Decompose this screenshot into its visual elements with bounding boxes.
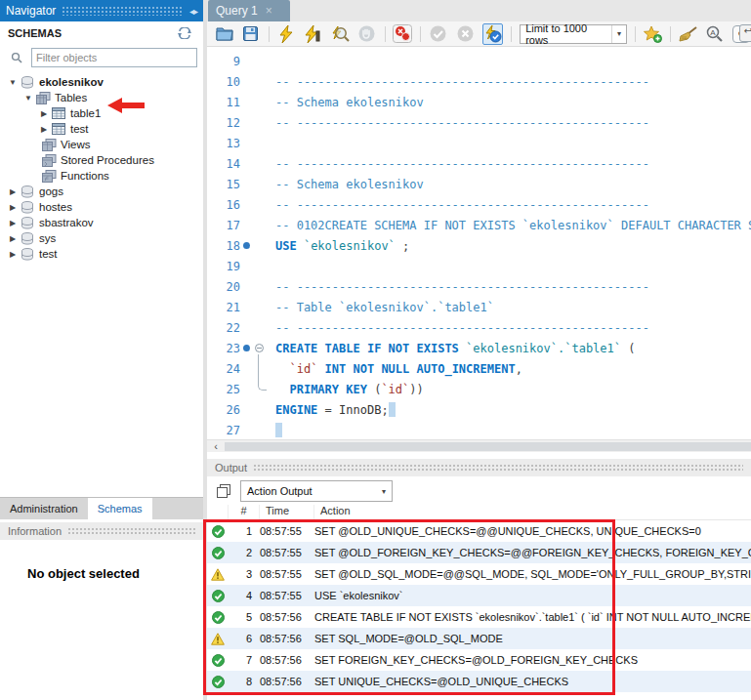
schema-db-icon: [20, 216, 35, 229]
editor-line-24[interactable]: 24 `id` INT NOT NULL AUTO_INCREMENT,: [207, 358, 751, 379]
editor-line-19[interactable]: 19: [207, 256, 751, 276]
editor-line-12[interactable]: 12-- -----------------------------------…: [207, 112, 751, 133]
editor-line-20[interactable]: 20-- -----------------------------------…: [207, 276, 751, 297]
code-fold-rail: [258, 354, 267, 391]
expand-icon[interactable]: ▶: [6, 219, 20, 227]
schema-tree: ▼ekolesnikov▼Tables▶table1▶testViewsStor…: [0, 74, 203, 262]
output-row-2[interactable]: 208:57:55SET @OLD_FOREIGN_KEY_CHECKS=@@F…: [207, 542, 751, 563]
query-tab-label: Query 1: [216, 4, 258, 18]
expand-icon[interactable]: ▶: [6, 250, 20, 259]
tree-item-views[interactable]: Views: [0, 137, 203, 152]
editor-line-15[interactable]: 15-- Schema ekolesnikov: [207, 174, 751, 194]
editor-line-16[interactable]: 16-- -----------------------------------…: [207, 194, 751, 215]
output-row-1[interactable]: 108:57:55SET @OLD_UNIQUE_CHECKS=@@UNIQUE…: [207, 520, 751, 542]
row-action: SET FOREIGN_KEY_CHECKS=@OLD_FOREIGN_KEY_…: [314, 654, 751, 666]
tree-item-hostes[interactable]: ▶hostes: [0, 199, 203, 215]
editor-line-25[interactable]: 25 PRIMARY KEY (`id`)): [207, 379, 751, 399]
toolbar-separator: [670, 26, 671, 42]
expand-icon[interactable]: ▶: [37, 109, 51, 118]
explain-plan-icon[interactable]: [330, 24, 350, 44]
editor-line-22[interactable]: 22-- -----------------------------------…: [207, 317, 751, 338]
collapse-icon[interactable]: ▼: [21, 94, 35, 103]
navigator-title: Navigator: [6, 4, 56, 18]
sql-editor[interactable]: 910-- ----------------------------------…: [207, 47, 751, 439]
editor-line-9[interactable]: 9: [207, 51, 751, 71]
limit-rows-dropdown[interactable]: Limit to 1000 rows ▾: [520, 24, 627, 44]
code-text: [266, 423, 282, 437]
tab-schemas[interactable]: Schemas: [88, 498, 152, 519]
editor-line-11[interactable]: 11-- Schema ekolesnikov: [207, 92, 751, 112]
save-script-icon[interactable]: [241, 24, 260, 44]
line-number: 13: [207, 137, 240, 150]
row-action: SET @OLD_FOREIGN_KEY_CHECKS=@@FOREIGN_KE…: [314, 547, 751, 558]
collapse-icon[interactable]: ▼: [6, 78, 20, 87]
editor-line-21[interactable]: 21-- Table `ekolesnikov`.`table1`: [207, 297, 751, 317]
code-text: -- Schema ekolesnikov: [266, 96, 424, 109]
line-number: 17: [207, 219, 240, 232]
navigator-titlebar: Navigator ◂▸: [0, 0, 203, 21]
execute-statement-icon[interactable]: [304, 24, 322, 44]
filter-row: [0, 45, 203, 70]
expand-icon[interactable]: ▶: [6, 187, 20, 196]
schema-db-icon: [20, 75, 35, 89]
titlebar-texture: [62, 6, 184, 16]
editor-line-26[interactable]: 26ENGINE = InnoDB;: [207, 399, 751, 420]
toggle-autocommit-icon[interactable]: [482, 23, 503, 45]
filter-objects-input[interactable]: [31, 48, 197, 67]
toggle-wrap-icon[interactable]: ↩: [739, 24, 751, 42]
tree-item-ekolesnikov[interactable]: ▼ekolesnikov: [0, 74, 203, 90]
output-row-7[interactable]: 708:57:56SET FOREIGN_KEY_CHECKS=@OLD_FOR…: [207, 649, 751, 671]
chevron-down-icon: ▾: [376, 487, 392, 496]
information-section-header: Information: [0, 522, 203, 540]
panel-toggle-icons[interactable]: ◂▸: [189, 6, 197, 17]
tree-item-table1[interactable]: ▶table1: [0, 105, 203, 121]
editor-line-17[interactable]: 17-- 0102CREATE SCHEMA IF NOT EXISTS `ek…: [207, 215, 751, 235]
expand-icon[interactable]: ▶: [6, 234, 20, 243]
editor-line-23[interactable]: 23CREATE TABLE IF NOT EXISTS `ekolesniko…: [207, 338, 751, 358]
output-row-6[interactable]: 608:57:56SET SQL_MODE=@OLD_SQL_MODE: [207, 628, 751, 649]
beautify-query-icon[interactable]: [679, 24, 697, 44]
tree-item-sys[interactable]: ▶sys: [0, 230, 203, 246]
output-row-3[interactable]: 308:57:55SET @OLD_SQL_MODE=@@SQL_MODE, S…: [207, 563, 751, 585]
tab-query-1[interactable]: Query 1 ×: [208, 0, 290, 21]
tree-item-sbastrakov[interactable]: ▶sbastrakov: [0, 215, 203, 230]
tree-item-gogs[interactable]: ▶gogs: [0, 184, 203, 199]
editor-line-18[interactable]: 18USE `ekolesnikov` ;: [207, 235, 751, 256]
toolbar-separator: [269, 26, 270, 42]
expand-icon[interactable]: ▶: [37, 125, 51, 134]
tree-item-stored-procedures[interactable]: Stored Procedures: [0, 152, 203, 168]
output-row-8[interactable]: 808:57:56SET UNIQUE_CHECKS=@OLD_UNIQUE_C…: [207, 671, 751, 692]
views-group-icon: [41, 138, 57, 151]
table-icon: [51, 106, 66, 120]
line-number: 23: [207, 342, 240, 355]
open-script-icon[interactable]: [215, 24, 233, 44]
editor-line-13[interactable]: 13: [207, 133, 751, 153]
editor-line-27[interactable]: 27: [207, 420, 751, 439]
fold-collapse-icon[interactable]: [253, 344, 266, 352]
refresh-schemas-icon[interactable]: [174, 23, 195, 43]
editor-line-10[interactable]: 10-- -----------------------------------…: [207, 71, 751, 92]
output-row-4[interactable]: 408:57:55USE `ekolesnikov`: [207, 585, 751, 606]
output-row-5[interactable]: 508:57:56CREATE TABLE IF NOT EXISTS `eko…: [207, 606, 751, 628]
output-stack-icon: [213, 481, 234, 501]
close-tab-icon[interactable]: ×: [266, 5, 272, 17]
output-grid: 108:57:55SET @OLD_UNIQUE_CHECKS=@@UNIQUE…: [207, 520, 751, 692]
tree-item-test[interactable]: ▶test: [0, 121, 203, 137]
tree-item-test[interactable]: ▶test: [0, 246, 203, 262]
tree-item-functions[interactable]: Functions: [0, 168, 203, 184]
scroll-left-icon[interactable]: ‹: [209, 440, 223, 452]
expand-icon[interactable]: ▶: [6, 203, 20, 212]
toggle-stop-on-error-icon[interactable]: [393, 24, 412, 44]
tree-item-tables[interactable]: ▼Tables: [0, 90, 203, 105]
scrollbar-thumb[interactable]: [225, 442, 751, 451]
execute-script-icon[interactable]: [277, 24, 296, 44]
editor-line-14[interactable]: 14-- -----------------------------------…: [207, 153, 751, 174]
find-icon[interactable]: A: [705, 24, 724, 44]
index-column-header: #: [229, 505, 260, 519]
editor-horizontal-scrollbar[interactable]: ‹: [207, 439, 751, 452]
row-index: 7: [229, 654, 260, 666]
procedures-group-icon: [41, 153, 57, 167]
output-view-dropdown[interactable]: Action Output ▾: [240, 480, 393, 502]
new-snippet-icon[interactable]: [644, 24, 662, 44]
tab-administration[interactable]: Administration: [0, 498, 88, 519]
